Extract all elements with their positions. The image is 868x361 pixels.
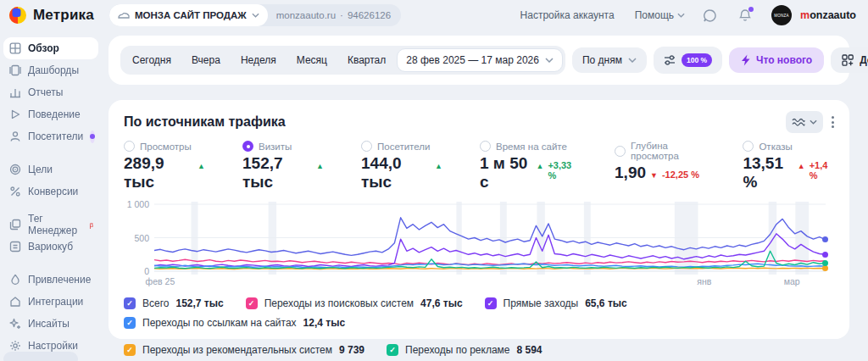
metric-tab[interactable]: Визиты 152,7 тыс ▲ [242,141,324,192]
metric-tab[interactable]: Просмотры 289,9 тыс ▲ [124,141,205,192]
card-more-button[interactable] [832,116,834,128]
period-button[interactable]: Сегодня [123,48,181,72]
series-end-dot [822,236,828,242]
reports-icon [8,86,21,99]
notification-dot [748,7,754,12]
sidebar-item-conversions[interactable]: Конверсии [3,180,98,203]
avatar[interactable]: MONZA [771,5,792,25]
help-menu[interactable]: Помощь [635,9,685,21]
legend-checkbox[interactable]: ✓ [246,297,258,309]
legend-checkbox[interactable]: ✓ [124,317,136,329]
metric-radio[interactable] [124,141,135,152]
x-tick-label: янв [697,276,711,286]
sidebar-item-label: Вариокуб [28,241,73,253]
metrica-logo[interactable]: Метрика [8,6,94,25]
legend-checkbox[interactable]: ✓ [485,297,497,309]
whats-new-button[interactable]: Что нового [729,47,824,73]
metric-tab[interactable]: Отказы 13,51 % ▲ +1,4 % [743,141,834,192]
legend-item[interactable]: ✓ Переходы по рекламе 8 594 [387,344,542,356]
legend-checkbox[interactable]: ✓ [387,344,398,356]
car-icon [118,12,130,19]
counter-name-dropdown[interactable]: МОНЗА САЙТ ПРОДАЖ [109,4,268,26]
legend-item[interactable]: ✓ Переходы по ссылкам на сайтах 12,4 тыс [124,317,345,329]
legend-value: 12,4 тыс [303,317,346,329]
chart-type-selector[interactable] [786,111,823,133]
insights-icon [8,318,21,330]
sidebar-bottom-element[interactable] [3,352,78,361]
sidebar-item-reports[interactable]: Отчеты [3,81,98,103]
legend-item[interactable]: ✓ Переходы из рекомендательных систем 9 … [124,344,364,356]
card-header: По источникам трафика [124,111,834,133]
purple-dot-badge [90,131,95,143]
trend-arrow-icon: ▲ [316,162,324,170]
sidebar-item-variocube[interactable]: Вариокуб [3,236,98,258]
sidebar-item-grid[interactable]: Обзор [3,37,98,59]
sidebar-item-label: Дашборды [28,64,79,76]
legend-checkbox[interactable]: ✓ [124,297,136,309]
sidebar-item-behavior[interactable]: Поведение [3,103,98,125]
line-chart-icon [792,117,805,127]
sidebar-item-acquisition[interactable]: Привлечение [3,269,98,291]
chevron-down-icon [810,119,817,125]
metric-tab[interactable]: Глубина просмотра 1,90 ▼ -12,25 % [615,141,705,192]
chevron-down-icon [252,13,259,18]
metric-label: Отказы [759,142,792,152]
settings-icon [8,340,21,353]
chart-canvas [154,202,826,275]
acquisition-icon [8,274,21,286]
user-name[interactable]: monzaauto [800,9,856,21]
sampling-control[interactable]: 100 % [654,47,722,74]
sidebar-group: Привлечение Интеграции Инсайты Настройки [3,269,98,357]
metrica-logo-icon [8,6,27,25]
account-settings-link[interactable]: Настройка аккаунта [520,9,615,21]
date-range-picker[interactable]: 28 фев 2025 — 17 мар 2026 [397,48,563,72]
legend-label: Переходы из рекомендательных систем [142,344,332,356]
metric-radio[interactable] [615,146,626,157]
legend-item[interactable]: ✓ Прямые заходы 65,6 тыс [485,297,627,309]
legend-checkbox[interactable]: ✓ [124,344,136,356]
toolbar: СегодняВчераНеделяМесяцКвартал 28 фев 20… [108,36,849,85]
sidebar-item-label: Привлечение [28,274,91,286]
behavior-icon [8,108,21,121]
sidebar-item-label: Обзор [28,42,59,54]
counter-meta[interactable]: monzaauto.ru · 94626126 [268,4,401,26]
metric-value: 152,7 тыс [242,154,312,192]
period-button[interactable]: Вчера [182,48,230,72]
metric-value: 1 м 50 с [480,154,531,192]
period-button[interactable]: Неделя [231,48,286,72]
conversions-icon [8,186,21,198]
sidebar-item-tag-manager[interactable]: Тег Менеджер β [3,214,98,236]
metric-radio[interactable] [480,141,491,152]
sidebar: Обзор Дашборды Отчеты Поведение Посетите… [0,31,102,361]
sidebar-item-dashboards[interactable]: Дашборды [3,59,98,81]
visitors-icon [8,131,21,143]
sidebar-item-integrations[interactable]: Интеграции [3,291,98,313]
granularity-dropdown[interactable]: По дням [572,47,647,73]
metric-tab[interactable]: Время на сайте 1 м 50 с ▲ +3,33 % [480,141,577,192]
legend-item[interactable]: ✓ Всего 152,7 тыс [124,297,224,309]
metric-tab[interactable]: Посетители 144,0 тыс ▲ [361,141,442,192]
chat-button[interactable] [698,4,721,26]
plot-area[interactable] [154,202,826,275]
period-button[interactable]: Месяц [287,48,337,72]
metric-radio[interactable] [743,141,754,152]
legend-item[interactable]: ✓ Переходы из поисковых систем 47,6 тыс [246,297,463,309]
dashboards-icon [8,64,21,77]
add-button[interactable]: Добавить [831,47,868,73]
sidebar-item-goals[interactable]: Цели [3,158,98,180]
legend-value: 8 594 [517,344,542,356]
beta-badge: β [89,221,93,229]
sidebar-item-visitors[interactable]: Посетители [3,125,98,147]
period-group: СегодняВчераНеделяМесяцКвартал 28 фев 20… [120,46,565,75]
app-title: Метрика [33,7,94,24]
metric-radio[interactable] [361,141,372,152]
metric-radio[interactable] [242,141,253,152]
x-axis: фев 25янвмар [154,276,826,289]
trend-arrow-icon: ▼ [650,171,658,180]
sidebar-item-insights[interactable]: Инсайты [3,313,98,335]
whats-new-label: Что нового [756,54,812,66]
period-button[interactable]: Квартал [338,48,395,72]
notifications-button[interactable] [734,4,756,26]
metric-value: 289,9 тыс [124,154,193,192]
sidebar-group: Цели Конверсии [3,158,98,203]
